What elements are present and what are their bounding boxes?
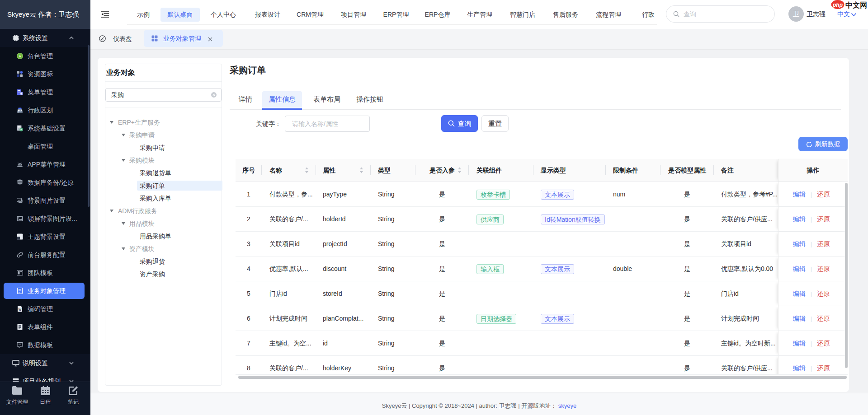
- svg-text:A: A: [19, 55, 21, 58]
- svg-text:中文网: 中文网: [845, 1, 867, 9]
- svg-text:php: php: [832, 2, 843, 8]
- svg-text:W: W: [19, 308, 22, 311]
